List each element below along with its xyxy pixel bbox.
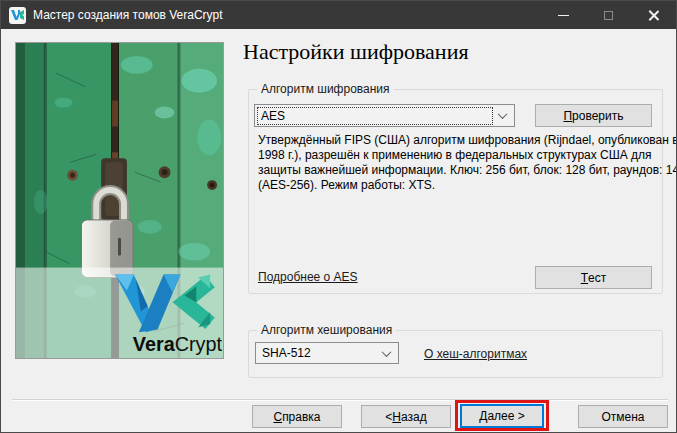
svg-text:VeraCrypt: VeraCrypt (133, 333, 223, 355)
hash-info-link[interactable]: О хеш-алгоритмах (424, 347, 527, 361)
footer-separator (12, 399, 668, 401)
chevron-down-icon (492, 112, 512, 119)
algorithm-description: Утверждённый FIPS (США) алгоритм шифрова… (258, 133, 660, 193)
chevron-down-icon (376, 350, 396, 357)
door-padlock-photo: VeraCrypt (15, 42, 224, 359)
close-icon[interactable] (631, 1, 676, 29)
help-button[interactable]: Справка (252, 405, 342, 428)
verify-button[interactable]: Проверить (535, 104, 652, 127)
veracrypt-logo-icon (9, 7, 26, 24)
hash-algorithm-group: Алгоритм хеширования SHA-512 О хеш-алгор… (248, 330, 663, 378)
test-button[interactable]: Тест (535, 266, 652, 289)
back-button[interactable]: < Назад (361, 405, 451, 428)
more-about-aes-link[interactable]: Подробнее о AES (258, 270, 358, 284)
window-title: Мастер создания томов VeraCrypt (33, 8, 223, 22)
hash-group-label: Алгоритм хеширования (257, 323, 396, 337)
encryption-algorithm-select[interactable]: AES (254, 104, 515, 127)
next-button[interactable]: Далее > (460, 404, 544, 428)
hash-algorithm-value: SHA-512 (259, 345, 376, 361)
hash-algorithm-select[interactable]: SHA-512 (255, 342, 399, 364)
page-title: Настройки шифрования (243, 39, 469, 65)
encryption-group-label: Алгоритм шифрования (257, 82, 394, 96)
minimize-icon[interactable] (541, 1, 586, 29)
cancel-button[interactable]: Отмена (578, 405, 668, 428)
maximize-icon (586, 1, 631, 29)
veracrypt-wizard-window: Мастер создания томов VeraCrypt (0, 0, 677, 433)
titlebar: Мастер создания томов VeraCrypt (1, 1, 676, 29)
encryption-algorithm-value: AES (258, 108, 492, 124)
encryption-algorithm-group: Алгоритм шифрования AES Проверить Утверж… (248, 89, 663, 294)
